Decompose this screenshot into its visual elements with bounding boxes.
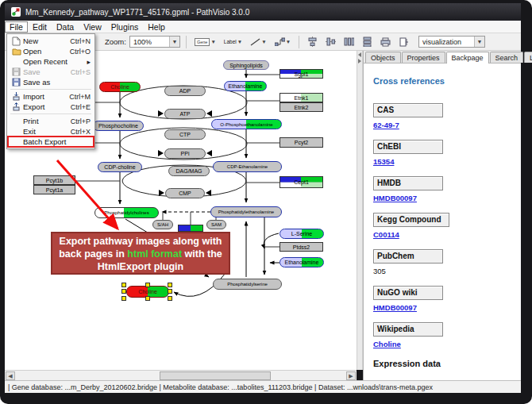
page-bracket-icon — [399, 37, 408, 47]
node-phosphatidylcholines[interactable]: Phosphatidylcholines — [94, 207, 159, 218]
node-etnk1[interactable]: Etnk1 — [279, 93, 323, 102]
node-pcyt2[interactable]: Pcyt2 — [279, 137, 323, 148]
xref-link-cas[interactable]: 62-49-7 — [373, 121, 521, 130]
node-o-phosphoethanolamine[interactable]: O-Phosphoethanolamine — [211, 119, 282, 129]
node-phosphocholine[interactable]: Phosphocholine — [93, 121, 144, 131]
menu-item-open-recent[interactable]: Open Recent ▸ — [8, 56, 94, 67]
tab-objects[interactable]: Objects — [365, 52, 401, 63]
menu-item-batch-export[interactable]: Batch Export — [8, 137, 94, 147]
node-cmp[interactable]: CMP — [165, 188, 205, 198]
chevron-down-icon[interactable]: ▼ — [474, 37, 484, 47]
node-l-serine[interactable]: L-Serine — [279, 229, 324, 239]
collapse-left-icon[interactable] — [358, 52, 361, 57]
new-document-icon — [10, 37, 23, 46]
node-ctp[interactable]: CTP — [164, 129, 206, 140]
node-phosphatidylserine[interactable]: Phosphatidylserine — [213, 279, 282, 290]
tab-legend[interactable]: Legend — [524, 52, 532, 63]
menu-separator — [10, 114, 91, 114]
xref-link-nugo[interactable]: HMDB00097 — [373, 303, 521, 313]
node-ppi[interactable]: PPi — [164, 148, 206, 159]
horizontal-scrollbar[interactable]: ◀ ▶ — [5, 370, 357, 380]
node-phosphatidylethanolamine[interactable]: Phosphatidylethanolamine — [210, 206, 282, 217]
node-choline[interactable]: Choline — [99, 82, 141, 92]
distribute-horizontal-button[interactable] — [341, 35, 357, 49]
visualization-combobox[interactable]: visualization ▼ — [418, 36, 485, 48]
selection-handle[interactable] — [145, 283, 150, 287]
node-sah[interactable]: S/AH — [152, 220, 173, 229]
tab-search[interactable]: Search — [490, 52, 524, 63]
node-sgpl1[interactable]: Sgpl1 — [279, 69, 323, 79]
new-connector-button[interactable]: ▼ — [272, 35, 293, 49]
align-center-y-button[interactable] — [323, 35, 338, 49]
scrollbar-thumb[interactable] — [160, 371, 271, 380]
node-dag-mag[interactable]: DAG/MAG — [168, 166, 210, 176]
xref-source-pubchem: PubChem — [373, 249, 443, 264]
align-center-x-button[interactable] — [305, 35, 320, 49]
side-panel-tabs: Objects Properties Backpage Search Legen… — [364, 51, 521, 63]
zoom-combobox[interactable]: 100% ▼ — [129, 36, 180, 48]
menu-item-import[interactable]: Import Ctrl+M — [8, 91, 94, 102]
menu-data[interactable]: Data — [52, 21, 79, 33]
scroll-right-icon[interactable]: ▶ — [346, 371, 356, 380]
selection-handle[interactable] — [168, 289, 172, 294]
node-cdp-choline[interactable]: CDP-choline — [98, 162, 142, 172]
menu-item-print[interactable]: Print Ctrl+P — [8, 116, 94, 126]
selection-handle[interactable] — [168, 296, 172, 301]
tab-backpage[interactable]: Backpage — [446, 52, 489, 63]
print-button[interactable] — [378, 35, 393, 49]
chevron-down-icon[interactable]: ▼ — [169, 37, 179, 47]
xref-link-kegg[interactable]: C00114 — [373, 230, 521, 240]
new-gene-button[interactable]: Gene ▼ — [192, 35, 218, 49]
menu-edit[interactable]: Edit — [28, 21, 52, 33]
node-ethanolamine[interactable]: Ethanolamine — [224, 81, 267, 91]
node-cept1[interactable]: Cept1 — [279, 176, 323, 188]
node-sam[interactable]: SAM — [206, 220, 226, 229]
node-cdp-ethanolamine[interactable]: CDP-Ethanolamine — [213, 161, 282, 172]
xref-source-hmdb: HMDB — [373, 176, 443, 190]
menu-item-open[interactable]: Open Ctrl+O — [8, 46, 94, 56]
menu-plugins[interactable]: Plugins — [106, 21, 143, 33]
selection-handle[interactable] — [168, 283, 172, 287]
splitter[interactable] — [357, 51, 363, 370]
menu-file[interactable]: File — [5, 21, 28, 33]
new-label-button[interactable]: Label ▼ — [222, 35, 245, 49]
selection-handle[interactable] — [145, 296, 150, 301]
title-bar[interactable]: Mm_Kennedy_pathway_WP1771_45176.gpml - P… — [5, 3, 521, 21]
selection-handle[interactable] — [121, 283, 126, 287]
menu-item-new[interactable]: New Ctrl+N — [8, 36, 94, 46]
xref-link-wikipedia[interactable]: Choline — [373, 340, 521, 349]
xref-link-hmdb[interactable]: HMDB00097 — [373, 194, 521, 203]
node-atp[interactable]: ATP — [164, 109, 206, 119]
expand-right-icon[interactable] — [358, 59, 361, 63]
menu-item-export[interactable]: Export Ctrl+E — [8, 102, 94, 112]
selection-handle[interactable] — [121, 289, 126, 294]
distribute-vertical-button[interactable] — [360, 35, 375, 49]
menu-help[interactable]: Help — [143, 21, 170, 33]
menu-item-label: Batch Export — [23, 137, 91, 146]
node-pcyt1b[interactable]: Pcyt1b — [33, 175, 75, 185]
page-setup-button[interactable] — [396, 35, 411, 49]
node-ethanolamine-2[interactable]: Ethanolamine — [279, 257, 324, 267]
tab-properties[interactable]: Properties — [402, 52, 445, 63]
menu-item-shortcut: Ctrl+E — [71, 103, 91, 111]
side-panel: Objects Properties Backpage Search Legen… — [363, 51, 521, 380]
node-ptdss2[interactable]: Ptdss2 — [279, 242, 323, 252]
xref-link-chebi[interactable]: 15354 — [373, 157, 521, 167]
node-sphingolipids[interactable]: Sphingolipids — [223, 60, 269, 70]
selection-handle[interactable] — [121, 296, 126, 301]
node-pcyt1a[interactable]: Pcyt1a — [33, 185, 75, 194]
toolbar-separator — [299, 36, 299, 48]
menu-item-label: Export — [23, 102, 71, 111]
menu-item-exit[interactable]: Exit Ctrl+X — [8, 126, 94, 137]
callout-highlight: html format — [127, 248, 182, 260]
new-line-button[interactable]: ▼ — [248, 35, 268, 49]
menu-item-label: Print — [23, 117, 71, 125]
connector-icon — [275, 37, 285, 46]
menu-view[interactable]: View — [79, 21, 106, 33]
node-pemt[interactable] — [178, 225, 203, 232]
node-etnk2[interactable]: Etnk2 — [279, 102, 323, 112]
scroll-left-icon[interactable]: ◀ — [6, 371, 15, 380]
node-adp[interactable]: ADP — [164, 86, 206, 96]
menu-item-shortcut: Ctrl+P — [71, 117, 91, 125]
menu-item-save-as[interactable]: Save as — [8, 77, 94, 87]
